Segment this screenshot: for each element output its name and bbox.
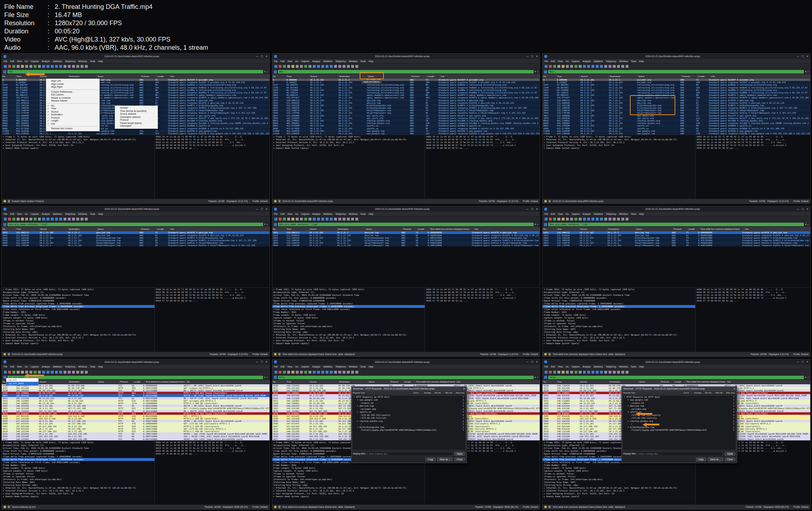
- column-header[interactable]: Query: [368, 380, 390, 384]
- column-header[interactable]: Time delta from previous displayed frame: [430, 227, 474, 231]
- menu-item-go[interactable]: Go: [295, 365, 298, 368]
- packet-row[interactable]: 3538145.18290345.59.170.10610.2.21.101TC…: [2, 389, 269, 392]
- menu-item-wireless[interactable]: Wireless: [619, 213, 628, 215]
- autocomplete-item[interactable]: ip.src: [6, 378, 38, 382]
- filter-add-icon[interactable]: +: [807, 223, 809, 226]
- profile-text[interactable]: Profile: Default: [793, 200, 808, 202]
- zoom-100-icon[interactable]: [81, 371, 83, 374]
- stop-capture-icon[interactable]: [549, 371, 552, 374]
- dialog-tree-row[interactable]: /p/index.php1: [623, 408, 736, 411]
- go-back-icon[interactable]: [42, 371, 45, 374]
- restart-capture-icon[interactable]: [283, 218, 286, 221]
- menu-item-go[interactable]: Go: [25, 365, 28, 368]
- detail-line[interactable]: [Frame is marked: False]: [2, 472, 154, 475]
- detail-line[interactable]: [Time since reference or first frame: 11…: [2, 461, 154, 464]
- find-packet-icon[interactable]: [38, 65, 41, 68]
- packet-row[interactable]: 3562112.14513610.2.21.10110.2.21.1bj1kch…: [272, 104, 540, 107]
- dialog-tree-row[interactable]: /1: [353, 423, 465, 426]
- detail-line[interactable]: Capture Length: 71 bytes (568 bits): [2, 469, 154, 472]
- go-to-packet-icon[interactable]: [51, 218, 54, 221]
- packet-row[interactable]: 345595.73106810.2.21.10110.2.21.1retrain…: [2, 89, 269, 91]
- packet-row[interactable]: 8960402.49068310.2.21.110.2.21.101checki…: [272, 122, 540, 124]
- menu-item-go[interactable]: Go: [566, 60, 569, 62]
- maximize-button[interactable]: ▢: [531, 208, 534, 211]
- profile-text[interactable]: Profile: Default: [523, 353, 538, 355]
- expert-info-icon[interactable]: [4, 200, 6, 202]
- context-menu-item[interactable]: Align Right: [46, 86, 99, 89]
- detail-line[interactable]: ▸ Internet Protocol Version 4, Src: 10.2…: [543, 489, 695, 492]
- column-header[interactable]: Source: [309, 380, 339, 384]
- restart-capture-icon[interactable]: [283, 371, 286, 374]
- packet-row[interactable]: 3576146.938901167.71.107.10910.2.21.101H…: [2, 412, 269, 415]
- menu-item-view[interactable]: View: [287, 213, 292, 215]
- column-header[interactable]: Time: [286, 380, 309, 384]
- minimize-button[interactable]: —: [256, 360, 258, 363]
- window-titlebar[interactable]: 2024-02-21-SocGholish-AsyncRAT-infection…: [2, 54, 269, 59]
- zoom-in-icon[interactable]: [613, 218, 616, 221]
- window-titlebar[interactable]: 2024-02-21-SocGholish-AsyncRAT-infection…: [272, 359, 540, 365]
- detail-line[interactable]: [Time delta from previous captured frame…: [543, 302, 695, 305]
- column-header[interactable]: Time: [556, 227, 579, 231]
- save-file-icon[interactable]: [566, 65, 569, 68]
- packet-row[interactable]: 3563112.18092810.2.21.110.2.21.101bj1kch…: [272, 107, 540, 109]
- filter-add-icon[interactable]: +: [267, 223, 268, 226]
- detail-line[interactable]: Frame Length: 71 bytes (568 bits): [272, 314, 425, 316]
- packet-row[interactable]: 20.14456710.2.21.110.2.21.101psixmdr.org…: [543, 81, 810, 83]
- close-button[interactable]: ✕: [266, 360, 268, 363]
- go-last-icon[interactable]: [59, 218, 62, 221]
- packet-row[interactable]: 3626148.531160142.251.116.10510.2.21.101…: [2, 435, 269, 437]
- dialog-titlebar[interactable]: Wireshark · HTTP Requests · 2024-02-21-S…: [622, 387, 737, 391]
- packet-row[interactable]: 3551110.99621310.2.21.10110.2.21.1pbvcje…: [272, 99, 540, 102]
- context-menu-item[interactable]: ✓Source: [46, 110, 99, 114]
- filter-dropdown-icon[interactable]: ▾: [264, 223, 266, 226]
- packet-list[interactable]: 3551110.99621310.2.21.10110.2.21.1pbvcje…: [272, 231, 540, 287]
- context-menu-item[interactable]: ✓Time: [46, 107, 99, 110]
- menu-item-help[interactable]: Help: [639, 60, 644, 62]
- packet-row[interactable]: 3552111.05602910.2.21.110.2.21.101pbvcje…: [2, 102, 269, 104]
- find-packet-icon[interactable]: [309, 65, 311, 68]
- packet-row[interactable]: 3595147.43143510.2.21.10134.117.186.192T…: [2, 420, 269, 422]
- maximize-button[interactable]: ▢: [261, 55, 263, 58]
- menu-item-file[interactable]: File: [274, 213, 278, 215]
- profile-text[interactable]: Profile: Default: [793, 506, 808, 508]
- column-header[interactable]: No.: [272, 227, 286, 231]
- column-header[interactable]: Length: [674, 380, 686, 384]
- close-button[interactable]: ✕: [266, 208, 268, 211]
- menu-item-help[interactable]: Help: [369, 60, 373, 62]
- context-menu-item[interactable]: ✓Info: [46, 123, 99, 126]
- column-header[interactable]: Length: [404, 380, 415, 384]
- stop-capture-icon[interactable]: [279, 218, 282, 221]
- packet-list[interactable]: 10.00000010.2.21.10110.2.21.1psixmdr.org…: [543, 78, 810, 135]
- window-titlebar[interactable]: 2024-02-21-SocGholish-AsyncRAT-infection…: [2, 206, 269, 212]
- packet-row[interactable]: 3552146.13116046.13.65.23510.2.21.101TCP…: [2, 397, 269, 399]
- open-file-icon[interactable]: [562, 65, 565, 68]
- find-packet-icon[interactable]: [309, 371, 311, 374]
- expert-info-icon[interactable]: [274, 506, 277, 508]
- packet-row[interactable]: 314894.05199310.2.21.110.2.21.101retrain…: [2, 86, 269, 89]
- dialog-tree-row[interactable]: ▾ HTTP Requests by HTTP Host7: [623, 396, 736, 399]
- dialog-tree-row[interactable]: ▾ checkip.dyndns.org1: [353, 420, 465, 423]
- colorize-icon[interactable]: [338, 371, 341, 374]
- packet-row[interactable]: 3957122.20589810.2.21.10110.2.21.1api.ip…: [272, 114, 540, 117]
- packet-list[interactable]: 10.00000010.2.21.10110.2.21.1psixmdr.org…: [272, 78, 540, 135]
- save-file-icon[interactable]: [296, 218, 299, 221]
- go-to-packet-icon[interactable]: [51, 371, 54, 374]
- dialog-filter-input[interactable]: Enter a display filter …: [638, 452, 724, 456]
- detail-line[interactable]: ▸ Internet Protocol Version 4, Src: 10.2…: [272, 336, 425, 339]
- detail-line[interactable]: [Frame is ignored: False]: [543, 322, 695, 325]
- go-first-icon[interactable]: [55, 218, 58, 221]
- auto-scroll-icon[interactable]: [334, 218, 337, 221]
- resize-columns-icon[interactable]: [85, 218, 88, 221]
- packet-list[interactable]: 3530144.73143510.2.21.10145.59.170.106TC…: [2, 384, 269, 440]
- go-first-icon[interactable]: [326, 371, 328, 374]
- go-forward-icon[interactable]: [587, 218, 590, 221]
- profile-text[interactable]: Profile: Default: [793, 353, 808, 355]
- column-header[interactable]: Length: [417, 227, 430, 231]
- maximize-button[interactable]: ▢: [802, 55, 804, 58]
- zoom-in-icon[interactable]: [72, 371, 75, 374]
- packet-row[interactable]: 314793.99678710.2.21.10110.2.21.1retrain…: [543, 83, 810, 86]
- start-capture-icon[interactable]: [274, 65, 277, 68]
- detail-line[interactable]: Arrival Time: Feb 21, 2024 15:05:20.3156…: [2, 447, 154, 450]
- packet-row[interactable]: 10.00000010.2.21.10110.2.21.1psixmdr.org…: [543, 78, 810, 81]
- find-packet-icon[interactable]: [38, 371, 41, 374]
